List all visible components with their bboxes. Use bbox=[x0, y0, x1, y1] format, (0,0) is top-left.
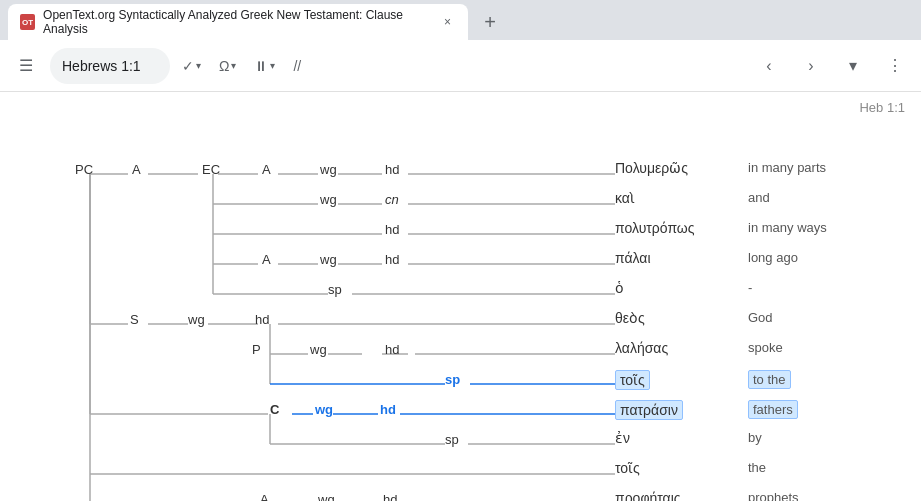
check-dropdown-arrow: ▾ bbox=[196, 60, 201, 71]
dropdown-button[interactable]: ▾ bbox=[835, 48, 871, 84]
new-tab-button[interactable]: + bbox=[472, 4, 508, 40]
omega-icon: Ω bbox=[219, 58, 229, 74]
forward-button[interactable]: › bbox=[793, 48, 829, 84]
english-fathers: fathers bbox=[748, 400, 798, 419]
node-wg2: wg bbox=[320, 192, 337, 207]
more-button[interactable]: ⋮ bbox=[877, 48, 913, 84]
english-many-ways: in many ways bbox=[748, 220, 827, 235]
node-cn: cn bbox=[385, 192, 399, 207]
node-P: P bbox=[252, 342, 261, 357]
english-and: and bbox=[748, 190, 770, 205]
node-S: S bbox=[130, 312, 139, 327]
check-group: ✓ ▾ bbox=[176, 50, 207, 82]
node-sp3: sp bbox=[445, 432, 459, 447]
pause-button[interactable]: ⏸ ▾ bbox=[248, 50, 281, 82]
omega-group: Ω ▾ bbox=[213, 50, 242, 82]
node-wg4: wg bbox=[188, 312, 205, 327]
english-by: by bbox=[748, 430, 762, 445]
english-long-ago: long ago bbox=[748, 250, 798, 265]
tab-close-button[interactable]: × bbox=[439, 13, 456, 31]
node-wg1: wg bbox=[320, 162, 337, 177]
node-hd3: hd bbox=[385, 252, 399, 267]
tab-favicon: OT bbox=[20, 14, 35, 30]
address-bar[interactable]: Hebrews 1:1 bbox=[50, 48, 170, 84]
english-to-the: to the bbox=[748, 370, 791, 389]
greek-kai: καὶ bbox=[615, 190, 635, 206]
check-icon: ✓ bbox=[182, 58, 194, 74]
node-wg6: wg bbox=[315, 402, 333, 417]
greek-prophetais: προφήταις bbox=[615, 490, 681, 501]
node-A3: A bbox=[262, 252, 271, 267]
toolbar: ☰ Hebrews 1:1 ✓ ▾ Ω ▾ ⏸ ▾ // ‹ › ▾ ⋮ bbox=[0, 40, 921, 92]
greek-tois1: τοῖς bbox=[615, 370, 650, 390]
node-hd7: hd bbox=[383, 492, 397, 501]
back-button[interactable]: ‹ bbox=[751, 48, 787, 84]
node-EC: EC bbox=[202, 162, 220, 177]
greek-ho: ὁ bbox=[615, 280, 624, 296]
omega-button[interactable]: Ω ▾ bbox=[213, 50, 242, 82]
greek-palai: πάλαι bbox=[615, 250, 651, 266]
node-PC: PC bbox=[75, 162, 93, 177]
double-slash-button[interactable]: // bbox=[287, 50, 307, 82]
english-dash: - bbox=[748, 280, 752, 295]
english-the: the bbox=[748, 460, 766, 475]
node-sp2: sp bbox=[445, 372, 460, 387]
node-hd1: hd bbox=[385, 162, 399, 177]
english-many-parts: in many parts bbox=[748, 160, 826, 175]
address-text: Hebrews 1:1 bbox=[62, 58, 141, 74]
node-A1: A bbox=[132, 162, 141, 177]
node-wg7: wg bbox=[318, 492, 335, 501]
greek-theos: θεὸς bbox=[615, 310, 645, 326]
omega-dropdown-arrow: ▾ bbox=[231, 60, 236, 71]
pause-icon: ⏸ bbox=[254, 58, 268, 74]
greek-patrasin: πατράσιν bbox=[615, 400, 683, 420]
pause-group: ⏸ ▾ bbox=[248, 50, 281, 82]
greek-polytropos: πολυτρόπως bbox=[615, 220, 695, 236]
menu-button[interactable]: ☰ bbox=[8, 48, 44, 84]
node-wg5: wg bbox=[310, 342, 327, 357]
node-hd2: hd bbox=[385, 222, 399, 237]
node-C: C bbox=[270, 402, 279, 417]
tab-bar: OT OpenText.org Syntactically Analyzed G… bbox=[0, 0, 921, 40]
content-area: Heb 1:1 bbox=[0, 92, 921, 501]
greek-en: ἐν bbox=[615, 430, 630, 446]
node-A2: A bbox=[262, 162, 271, 177]
reference-label: Heb 1:1 bbox=[859, 100, 905, 115]
greek-lalesas: λαλήσας bbox=[615, 340, 668, 356]
node-hd4: hd bbox=[255, 312, 269, 327]
english-god: God bbox=[748, 310, 773, 325]
check-button[interactable]: ✓ ▾ bbox=[176, 50, 207, 82]
pause-dropdown-arrow: ▾ bbox=[270, 60, 275, 71]
greek-tois2: τοῖς bbox=[615, 460, 640, 476]
node-hd6: hd bbox=[380, 402, 396, 417]
english-prophets: prophets bbox=[748, 490, 799, 501]
english-spoke: spoke bbox=[748, 340, 783, 355]
tree-container: PC A EC A wg hd wg cn hd A wg hd sp S wg… bbox=[0, 122, 921, 501]
node-hd5: hd bbox=[385, 342, 399, 357]
node-A4: A bbox=[260, 492, 269, 501]
node-sp1: sp bbox=[328, 282, 342, 297]
node-wg3: wg bbox=[320, 252, 337, 267]
greek-polymeros: Πολυμερῶς bbox=[615, 160, 688, 176]
active-tab[interactable]: OT OpenText.org Syntactically Analyzed G… bbox=[8, 4, 468, 40]
double-slash-icon: // bbox=[293, 58, 301, 74]
tab-title: OpenText.org Syntactically Analyzed Gree… bbox=[43, 8, 427, 36]
